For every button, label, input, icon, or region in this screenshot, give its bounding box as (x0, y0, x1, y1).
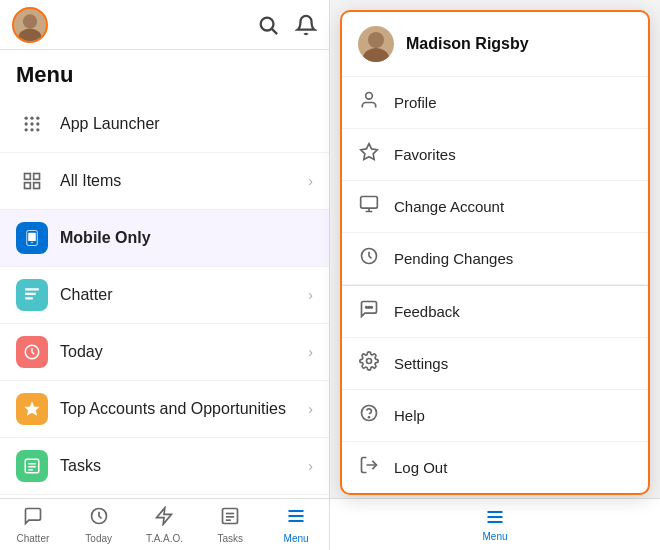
today-chevron: › (308, 344, 313, 360)
today-nav-icon (89, 506, 109, 531)
right-panel: Madison Rigsby Profile Favorites (330, 0, 660, 550)
bottom-nav-menu[interactable]: Menu (263, 499, 329, 550)
svg-point-46 (368, 307, 370, 309)
change-account-label: Change Account (394, 198, 504, 215)
menu-list: App Launcher All Items › Mobile O (0, 96, 329, 498)
right-bottom-nav-menu[interactable]: Menu (330, 499, 660, 550)
svg-line-3 (272, 29, 277, 34)
profile-dropdown: Madison Rigsby Profile Favorites (340, 10, 650, 495)
dropdown-item-profile[interactable]: Profile (342, 77, 648, 129)
all-items-label: All Items (60, 172, 308, 190)
bottom-nav-tasks[interactable]: Tasks (197, 499, 263, 550)
bottom-nav-taao[interactable]: T.A.A.O. (132, 499, 198, 550)
menu-item-today[interactable]: Today › (0, 324, 329, 381)
right-menu-nav-label: Menu (482, 531, 507, 542)
today-nav-label: Today (85, 533, 112, 544)
feedback-label: Feedback (394, 303, 460, 320)
svg-point-8 (30, 122, 33, 125)
svg-point-45 (366, 307, 368, 309)
menu-item-app-launcher[interactable]: App Launcher (0, 96, 329, 153)
dropdown-item-help[interactable]: Help (342, 390, 648, 442)
favorites-label: Favorites (394, 146, 456, 163)
app-launcher-icon (16, 108, 48, 140)
chatter-icon (16, 279, 48, 311)
svg-rect-14 (34, 174, 40, 180)
feedback-icon (358, 299, 380, 324)
dropdown-item-pending-changes[interactable]: Pending Changes (342, 233, 648, 285)
svg-point-47 (371, 307, 373, 309)
svg-point-5 (30, 117, 33, 120)
svg-point-7 (25, 122, 28, 125)
svg-point-10 (25, 128, 28, 131)
chatter-nav-label: Chatter (17, 533, 50, 544)
menu-item-chatter[interactable]: Chatter › (0, 267, 329, 324)
chatter-nav-icon (23, 506, 43, 531)
svg-marker-21 (25, 402, 40, 416)
tasks-nav-label: Tasks (218, 533, 244, 544)
menu-item-top-accounts[interactable]: Top Accounts and Opportunities › (0, 381, 329, 438)
svg-point-39 (366, 93, 373, 100)
bottom-nav-today[interactable]: Today (66, 499, 132, 550)
all-items-chevron: › (308, 173, 313, 189)
bottom-nav-chatter[interactable]: Chatter (0, 499, 66, 550)
mobile-only-icon (16, 222, 48, 254)
help-label: Help (394, 407, 425, 424)
menu-item-dashboards[interactable]: Dashboards › (0, 495, 329, 498)
svg-point-2 (261, 17, 274, 30)
tasks-icon (16, 450, 48, 482)
svg-point-1 (18, 28, 41, 40)
svg-point-6 (36, 117, 39, 120)
menu-item-mobile-only[interactable]: Mobile Only (0, 210, 329, 267)
svg-rect-16 (34, 183, 40, 189)
left-panel: Menu App Launcher All Items › (0, 0, 330, 550)
svg-point-12 (36, 128, 39, 131)
dropdown-item-feedback[interactable]: Feedback (342, 286, 648, 338)
logout-label: Log Out (394, 459, 447, 476)
menu-title: Menu (0, 50, 329, 96)
top-accounts-icon (16, 393, 48, 425)
svg-point-0 (23, 14, 37, 28)
menu-nav-label: Menu (284, 533, 309, 544)
dropdown-item-logout[interactable]: Log Out (342, 442, 648, 493)
left-header (0, 0, 329, 50)
all-items-icon (16, 165, 48, 197)
dropdown-item-change-account[interactable]: Change Account (342, 181, 648, 233)
tasks-label: Tasks (60, 457, 308, 475)
menu-item-all-items[interactable]: All Items › (0, 153, 329, 210)
top-accounts-chevron: › (308, 401, 313, 417)
dropdown-item-settings[interactable]: Settings (342, 338, 648, 390)
profile-label: Profile (394, 94, 437, 111)
dropdown-avatar (358, 26, 394, 62)
svg-point-11 (30, 128, 33, 131)
taao-nav-label: T.A.A.O. (146, 533, 183, 544)
svg-point-48 (367, 359, 372, 364)
right-bottom-nav: Menu (330, 498, 660, 550)
mobile-only-label: Mobile Only (60, 229, 313, 247)
taao-nav-icon (154, 506, 174, 531)
dropdown-user-name: Madison Rigsby (406, 35, 529, 53)
svg-point-9 (36, 122, 39, 125)
change-account-icon (358, 194, 380, 219)
top-accounts-label: Top Accounts and Opportunities (60, 400, 308, 418)
svg-marker-40 (361, 144, 378, 160)
help-icon (358, 403, 380, 428)
pending-changes-icon (358, 246, 380, 271)
menu-item-tasks[interactable]: Tasks › (0, 438, 329, 495)
chatter-label: Chatter (60, 286, 308, 304)
bottom-nav: Chatter Today T.A.A.O. (0, 498, 329, 550)
dropdown-item-favorites[interactable]: Favorites (342, 129, 648, 181)
today-label: Today (60, 343, 308, 361)
svg-marker-29 (157, 507, 172, 524)
right-menu-nav-icon (485, 507, 505, 529)
settings-label: Settings (394, 355, 448, 372)
notifications-button[interactable] (295, 14, 317, 36)
svg-rect-13 (25, 174, 31, 180)
search-button[interactable] (257, 14, 279, 36)
avatar[interactable] (12, 7, 48, 43)
chatter-chevron: › (308, 287, 313, 303)
tasks-nav-icon (220, 506, 240, 531)
svg-rect-15 (25, 183, 31, 189)
settings-icon (358, 351, 380, 376)
today-icon (16, 336, 48, 368)
menu-nav-icon (286, 506, 306, 531)
